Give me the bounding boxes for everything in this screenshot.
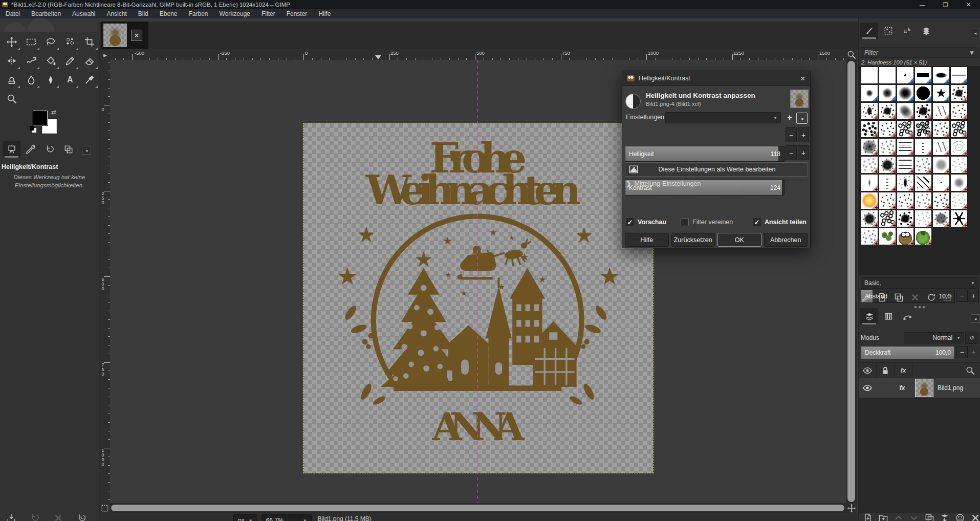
brush-item[interactable]: + [879,228,896,245]
brush-item[interactable]: + [897,102,914,120]
brush-item[interactable]: + [897,228,914,245]
tool-crop[interactable] [80,33,99,51]
ruler-origin-button[interactable]: ▶ [99,49,111,61]
contrast-increase-button[interactable]: + [798,145,809,160]
horizontal-ruler[interactable]: -500-2500250500750100012501500 [110,49,846,60]
menu-farben[interactable]: Farben [183,9,214,18]
brush-item[interactable]: + [879,174,896,191]
brush-item[interactable]: + [861,138,878,156]
vertical-guide-line[interactable] [477,60,478,503]
tool-move[interactable] [2,33,21,51]
new-brush-button[interactable] [877,292,887,302]
image-layer[interactable]: Frohe Weihnachten ★ ★ ★ ★ ★ ★ ★ ★ [303,123,653,473]
brush-item[interactable]: + [932,210,950,227]
checkbox-vorschau[interactable]: ✓Vorschau [626,218,666,226]
brush-item[interactable]: + [932,192,950,209]
menu-werkzeuge[interactable]: Werkzeuge [214,9,256,18]
tool-bucket-fill[interactable] [41,52,60,70]
brush-item[interactable]: + [879,210,896,227]
dialog-close-icon[interactable]: ✕ [800,75,805,82]
ok-button[interactable]: OK [717,233,761,247]
edit-brush-button[interactable] [861,292,871,302]
brush-item[interactable]: + [861,102,878,120]
menu-datei[interactable]: Datei [0,9,26,18]
tab-document-history[interactable] [917,23,935,39]
menu-ebene[interactable]: Ebene [154,9,183,18]
brush-item[interactable]: + [897,174,914,191]
effects-column-icon[interactable]: fx [895,363,912,378]
brush-item[interactable]: + [914,228,932,245]
brush-item[interactable]: + [914,192,932,209]
brush-item[interactable]: + [861,228,878,245]
zurücksetzen-button[interactable]: Zurücksetzen [671,233,715,247]
layer-opacity-slider[interactable]: Deckkraft 100,0 [861,346,955,359]
tab-channels[interactable] [879,308,897,324]
hilfe-button[interactable]: Hilfe [625,233,669,247]
brightness-decrease-button[interactable]: − [786,127,797,142]
layer-search-icon[interactable] [965,365,975,376]
tool-ink[interactable] [41,71,60,89]
lock-column-icon[interactable] [877,363,895,378]
brush-item[interactable]: + [914,84,932,102]
reset-tool-options-button[interactable] [77,513,87,521]
menu-bearbeiten[interactable]: Bearbeiten [26,9,67,18]
tool-pencil[interactable] [60,52,79,70]
menu-auswahl[interactable]: Auswahl [67,9,101,18]
manage-presets-button[interactable]: ◂ [796,113,808,124]
dock-menu-button[interactable]: ◂ [82,146,91,155]
brush-item[interactable]: + [950,102,968,120]
brush-item[interactable]: + [914,210,932,227]
brush-item[interactable]: + [879,192,896,209]
vertical-scrollbar[interactable] [846,60,857,503]
brush-item[interactable]: + [861,174,878,191]
brush-item[interactable]: + [879,102,896,120]
new-layer-button[interactable] [863,513,873,521]
tab-fonts[interactable]: ab [898,23,916,39]
close-button[interactable]: ✕ [957,0,980,9]
tab-paths[interactable] [898,308,916,324]
layer-mode-dropdown[interactable]: Normal▼ [904,332,964,343]
brush-item[interactable]: + [897,156,914,173]
brush-item[interactable]: + [861,210,878,227]
delete-tool-preset-button[interactable] [53,513,63,521]
brush-item[interactable]: + [950,84,968,102]
brush-item[interactable]: + [897,210,914,227]
swap-colors-icon[interactable]: ⇄ [51,108,56,116]
brush-item[interactable]: + [950,67,968,84]
brush-item[interactable]: + [950,210,968,227]
duplicate-layer-button[interactable] [924,513,934,521]
layer-list-empty-area[interactable] [859,398,980,513]
foreground-color-swatch[interactable] [33,111,48,125]
brush-item[interactable]: + [950,174,968,191]
tab-brushes[interactable] [860,23,878,39]
contrast-decrease-button[interactable]: − [786,145,797,160]
delete-brush-button[interactable] [910,292,920,302]
brush-item[interactable]: + [897,138,914,156]
refresh-brushes-button[interactable] [926,292,937,302]
brush-filter-combo[interactable]: Filter▼ [861,47,978,58]
tab-images[interactable] [59,141,77,158]
brush-item[interactable]: + [932,67,950,84]
lower-layer-button[interactable] [909,513,919,521]
raise-layer-button[interactable] [894,513,904,521]
brush-item[interactable]: + [897,84,914,102]
checkbox-ansicht-teilen[interactable]: ✓Ansicht teilen [753,218,807,226]
layers-dock-menu-button[interactable]: ◂ [971,314,980,323]
tool-warp[interactable] [21,52,40,70]
layer-row[interactable]: fx Bild1.png [859,378,980,398]
vertical-ruler[interactable]: 02505007501000 [99,60,111,503]
brush-item[interactable]: + [879,120,896,138]
brush-item[interactable]: + [897,120,914,138]
brush-item[interactable] [879,67,896,84]
brush-item[interactable] [861,67,878,84]
merge-layer-button[interactable] [940,513,950,521]
tool-text[interactable]: A [60,71,79,89]
abbrechen-button[interactable]: Abbrechen [764,233,808,247]
brush-item[interactable]: + [914,174,932,191]
tab-tool-options[interactable] [3,141,20,158]
add-layer-mask-button[interactable] [955,513,965,521]
menu-hilfe[interactable]: Hilfe [313,9,336,18]
restore-button[interactable]: ❐ [934,0,957,9]
tool-color-picker[interactable] [80,71,99,89]
tool-flip[interactable] [2,52,21,70]
